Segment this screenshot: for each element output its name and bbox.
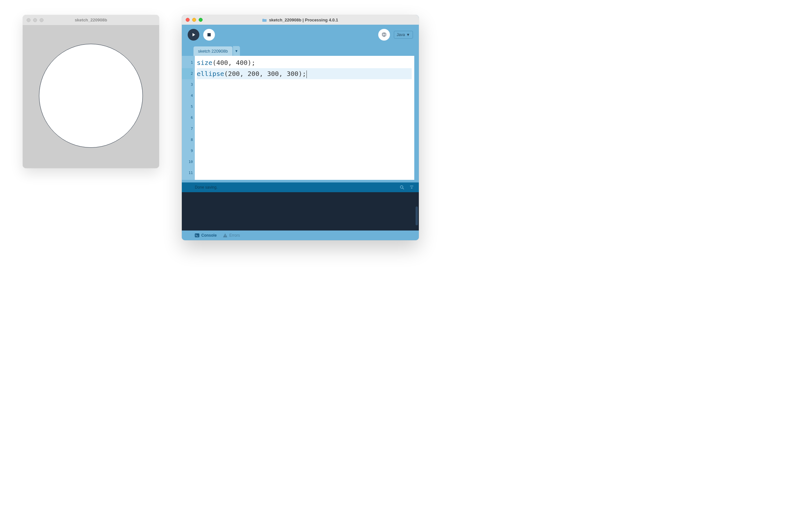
line-number: 10 (182, 157, 193, 167)
chevron-down-icon: ▼ (235, 49, 238, 53)
line-number: 8 (182, 134, 193, 145)
play-icon (191, 33, 196, 37)
text-cursor (306, 70, 307, 78)
chevron-down-icon: ▼ (406, 33, 410, 37)
line-number: 1 (182, 57, 193, 68)
close-icon[interactable] (26, 18, 31, 22)
line-number: 11 (182, 167, 193, 179)
status-bar: Done saving. (182, 182, 419, 192)
sketch-output-window: sketch_220908b (23, 15, 159, 168)
ide-titlebar[interactable]: sketch_220908b | Processing 4.0.1 (182, 15, 419, 25)
console-tab[interactable]: Console (195, 233, 217, 238)
line-number: 9 (182, 145, 193, 157)
svg-point-2 (400, 186, 403, 188)
sketch-canvas (23, 25, 159, 168)
errors-tab[interactable]: Errors (223, 233, 240, 238)
stop-icon (207, 33, 211, 37)
bottom-tab-bar: Console Errors (182, 231, 419, 240)
warning-icon (223, 233, 227, 237)
ide-toolbar: Java ▼ (182, 25, 419, 45)
minimize-icon[interactable] (33, 18, 37, 22)
maximize-icon[interactable] (199, 18, 203, 22)
status-message: Done saving. (195, 185, 218, 190)
stop-button[interactable] (203, 29, 215, 40)
line-number: 6 (182, 112, 193, 123)
mode-selector[interactable]: Java ▼ (394, 31, 413, 39)
code-line[interactable] (197, 123, 412, 134)
line-number-gutter: 1234567891011 (182, 56, 195, 180)
code-line[interactable] (197, 145, 412, 157)
search-icon[interactable] (399, 185, 404, 190)
sketch-tab[interactable]: sketch 220908b (194, 47, 233, 56)
code-line[interactable] (197, 101, 412, 112)
debug-button[interactable] (378, 29, 390, 40)
code-line[interactable]: ellipse(200, 200, 300, 300); (197, 68, 412, 79)
code-editor: 1234567891011 size(400, 400);ellipse(200… (182, 56, 419, 182)
line-number: 3 (182, 79, 193, 90)
line-number: 5 (182, 101, 193, 112)
svg-rect-0 (207, 33, 211, 36)
sketch-traffic-lights (26, 18, 43, 22)
sketch-titlebar[interactable]: sketch_220908b (23, 15, 159, 25)
code-line[interactable] (197, 90, 412, 101)
scrollbar[interactable] (416, 206, 418, 225)
ide-traffic-lights (186, 18, 203, 22)
close-icon[interactable] (186, 18, 190, 22)
line-number: 4 (182, 90, 193, 101)
code-line[interactable] (197, 112, 412, 123)
processing-ide-window: sketch_220908b | Processing 4.0.1 (182, 15, 419, 240)
code-line[interactable] (197, 157, 412, 167)
line-number: 7 (182, 123, 193, 134)
svg-line-3 (402, 188, 404, 189)
maximize-icon[interactable] (40, 18, 43, 22)
code-line[interactable]: size(400, 400); (197, 57, 412, 68)
code-line[interactable] (197, 134, 412, 145)
minimize-icon[interactable] (192, 18, 196, 22)
ide-window-title: sketch_220908b | Processing 4.0.1 (182, 18, 419, 22)
console-panel[interactable] (182, 192, 419, 231)
line-number: 2 (182, 68, 193, 79)
collapse-icon[interactable] (409, 185, 414, 190)
ellipse-shape (39, 44, 143, 148)
tab-dropdown-button[interactable]: ▼ (233, 46, 240, 56)
butterfly-icon (381, 32, 387, 38)
run-button[interactable] (188, 29, 199, 40)
mode-label: Java (397, 33, 405, 37)
code-line[interactable] (197, 79, 412, 90)
ide-tab-bar: sketch 220908b ▼ (182, 45, 419, 56)
folder-icon (262, 18, 267, 22)
terminal-icon (195, 233, 199, 237)
svg-rect-5 (195, 233, 199, 237)
code-line[interactable] (197, 167, 412, 179)
code-area[interactable]: size(400, 400);ellipse(200, 200, 300, 30… (195, 56, 414, 180)
